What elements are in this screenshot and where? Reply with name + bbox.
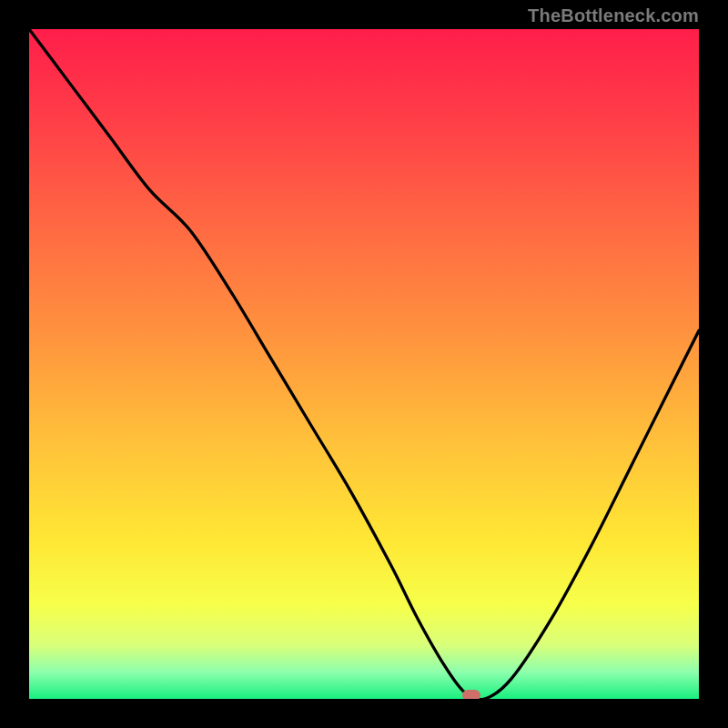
bottleneck-curve bbox=[29, 29, 699, 699]
attribution-text: TheBottleneck.com bbox=[528, 5, 699, 26]
plot-area bbox=[29, 29, 699, 699]
minimum-marker bbox=[462, 690, 480, 699]
chart-container: TheBottleneck.com bbox=[0, 0, 728, 728]
